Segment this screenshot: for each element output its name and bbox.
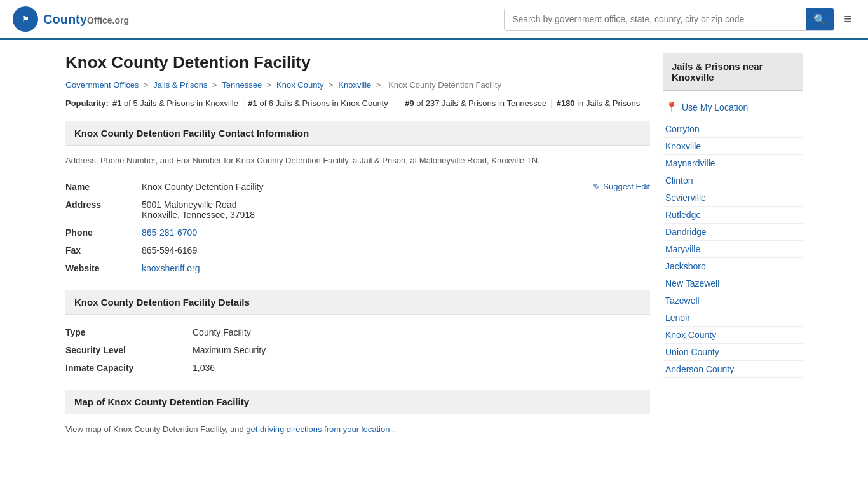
search-button[interactable]: 🔍 xyxy=(806,8,834,30)
fax-value: 865-594-6169 xyxy=(142,245,650,255)
security-value: Maximum Security xyxy=(193,345,266,355)
sidebar-item-lenoir[interactable]: Lenoir xyxy=(665,313,690,323)
name-row: Name Knox County Detention Facility ✎ Su… xyxy=(65,178,650,196)
logo-icon: ⚑ xyxy=(13,6,38,32)
breadcrumb-knox-county[interactable]: Knox County xyxy=(276,80,323,90)
page-title: Knox County Detention Facility xyxy=(65,53,650,72)
list-item: Maynardville xyxy=(663,155,803,172)
security-label: Security Level xyxy=(65,345,193,355)
suggest-edit-icon: ✎ xyxy=(593,182,600,192)
contact-info-table: Name Knox County Detention Facility ✎ Su… xyxy=(65,178,650,277)
name-label: Name xyxy=(65,182,142,192)
phone-value: 865-281-6700 xyxy=(142,227,650,238)
popularity-rank-1: #1 of 5 Jails & Prisons in Knoxville xyxy=(112,98,238,108)
use-my-location: 📍 Use My Location xyxy=(663,97,803,117)
sidebar-item-rutledge[interactable]: Rutledge xyxy=(665,210,701,220)
menu-icon: ≡ xyxy=(844,11,852,27)
logo-text: CountyOffice.org xyxy=(43,12,129,27)
type-row: Type County Facility xyxy=(65,323,650,341)
list-item: Knoxville xyxy=(663,138,803,155)
breadcrumb-knoxville[interactable]: Knoxville xyxy=(338,80,371,90)
sidebar-item-anderson-county[interactable]: Anderson County xyxy=(665,364,734,374)
website-row: Website knoxsheriff.org xyxy=(65,259,650,277)
sidebar-item-maynardville[interactable]: Maynardville xyxy=(665,158,715,168)
site-header: ⚑ CountyOffice.org 🔍 ≡ xyxy=(0,0,868,40)
sidebar-header: Jails & Prisons near Knoxville xyxy=(663,53,803,91)
phone-label: Phone xyxy=(65,227,142,238)
sidebar-item-corryton[interactable]: Corryton xyxy=(665,124,700,134)
sidebar-item-knox-county[interactable]: Knox County xyxy=(665,330,716,340)
fax-row: Fax 865-594-6169 xyxy=(65,241,650,259)
address-label: Address xyxy=(65,200,142,210)
sidebar-item-clinton[interactable]: Clinton xyxy=(665,175,693,186)
search-icon: 🔍 xyxy=(813,14,826,25)
sidebar-item-jacksboro[interactable]: Jacksboro xyxy=(665,261,706,271)
details-table: Type County Facility Security Level Maxi… xyxy=(65,323,650,377)
popularity-rank-2: #1 of 6 Jails & Prisons in Knox County xyxy=(248,98,388,108)
list-item: Union County xyxy=(663,344,803,361)
list-item: Corryton xyxy=(663,121,803,138)
sidebar-item-new-tazewell[interactable]: New Tazewell xyxy=(665,278,719,288)
sidebar-item-tazewell[interactable]: Tazewell xyxy=(665,295,700,306)
address-row: Address 5001 Maloneyville Road Knoxville… xyxy=(65,196,650,224)
breadcrumb-government-offices[interactable]: Government Offices xyxy=(65,80,139,90)
type-label: Type xyxy=(65,327,193,337)
fax-label: Fax xyxy=(65,245,142,255)
logo-county: County xyxy=(43,12,87,26)
breadcrumb: Government Offices > Jails & Prisons > T… xyxy=(65,80,650,90)
breadcrumb-tennessee[interactable]: Tennessee xyxy=(222,80,262,90)
breadcrumb-jails-prisons[interactable]: Jails & Prisons xyxy=(153,80,207,90)
suggest-edit-button[interactable]: ✎ Suggest Edit xyxy=(593,182,650,192)
sidebar-item-union-county[interactable]: Union County xyxy=(665,347,719,357)
capacity-label: Inmate Capacity xyxy=(65,363,193,373)
phone-link[interactable]: 865-281-6700 xyxy=(142,227,197,238)
popularity-section: Popularity: #1 of 5 Jails & Prisons in K… xyxy=(65,98,650,108)
capacity-row: Inmate Capacity 1,036 xyxy=(65,359,650,377)
map-description: View map of Knox County Detention Facili… xyxy=(65,423,650,437)
details-section-header: Knox County Detention Facility Details xyxy=(65,290,650,315)
name-value: Knox County Detention Facility xyxy=(142,182,263,192)
popularity-rank-3: #9 of 237 Jails & Prisons in Tennessee xyxy=(396,98,547,108)
location-pin-icon: 📍 xyxy=(665,101,678,113)
svg-text:⚑: ⚑ xyxy=(22,15,29,24)
map-directions-link[interactable]: get driving directions from your locatio… xyxy=(246,424,390,434)
address-value: 5001 Maloneyville Road Knoxville, Tennes… xyxy=(142,200,650,220)
map-description-prefix: View map of Knox County Detention Facili… xyxy=(65,424,244,434)
sidebar-item-knoxville[interactable]: Knoxville xyxy=(665,141,701,151)
search-input[interactable] xyxy=(505,9,806,29)
popularity-label: Popularity: xyxy=(65,98,109,108)
contact-section-header: Knox County Detention Facility Contact I… xyxy=(65,121,650,146)
list-item: Anderson County xyxy=(663,361,803,378)
breadcrumb-current: Knox County Detention Facility xyxy=(388,80,501,90)
map-section-header: Map of Knox County Detention Facility xyxy=(65,390,650,414)
search-bar: 🔍 xyxy=(504,8,834,31)
capacity-value: 1,036 xyxy=(193,363,215,373)
popularity-rank-4: #180 in Jails & Prisons xyxy=(557,98,641,108)
content-area: Knox County Detention Facility Governmen… xyxy=(65,53,650,437)
list-item: Tazewell xyxy=(663,292,803,309)
use-my-location-link[interactable]: Use My Location xyxy=(682,102,748,112)
menu-button[interactable]: ≡ xyxy=(841,8,855,30)
header-right: 🔍 ≡ xyxy=(504,8,855,31)
logo: ⚑ CountyOffice.org xyxy=(13,6,129,32)
website-link[interactable]: knoxsheriff.org xyxy=(142,263,200,273)
list-item: Maryville xyxy=(663,241,803,258)
map-description-suffix: . xyxy=(392,424,395,434)
address-line2: Knoxville, Tennessee, 37918 xyxy=(142,210,650,220)
list-item: Sevierville xyxy=(663,189,803,207)
website-label: Website xyxy=(65,263,142,273)
list-item: Knox County xyxy=(663,327,803,344)
security-row: Security Level Maximum Security xyxy=(65,341,650,359)
sidebar-item-dandridge[interactable]: Dandridge xyxy=(665,227,707,237)
website-value: knoxsheriff.org xyxy=(142,263,650,273)
list-item: Rutledge xyxy=(663,207,803,224)
sidebar-item-sevierville[interactable]: Sevierville xyxy=(665,193,706,203)
contact-description: Address, Phone Number, and Fax Number fo… xyxy=(65,154,650,168)
sidebar-city-list: Corryton Knoxville Maynardville Clinton … xyxy=(663,121,803,378)
sidebar-item-maryville[interactable]: Maryville xyxy=(665,244,700,254)
list-item: Clinton xyxy=(663,172,803,189)
list-item: Dandridge xyxy=(663,224,803,241)
sidebar: Jails & Prisons near Knoxville 📍 Use My … xyxy=(663,53,803,437)
address-line1: 5001 Maloneyville Road xyxy=(142,200,650,210)
type-value: County Facility xyxy=(193,327,251,337)
